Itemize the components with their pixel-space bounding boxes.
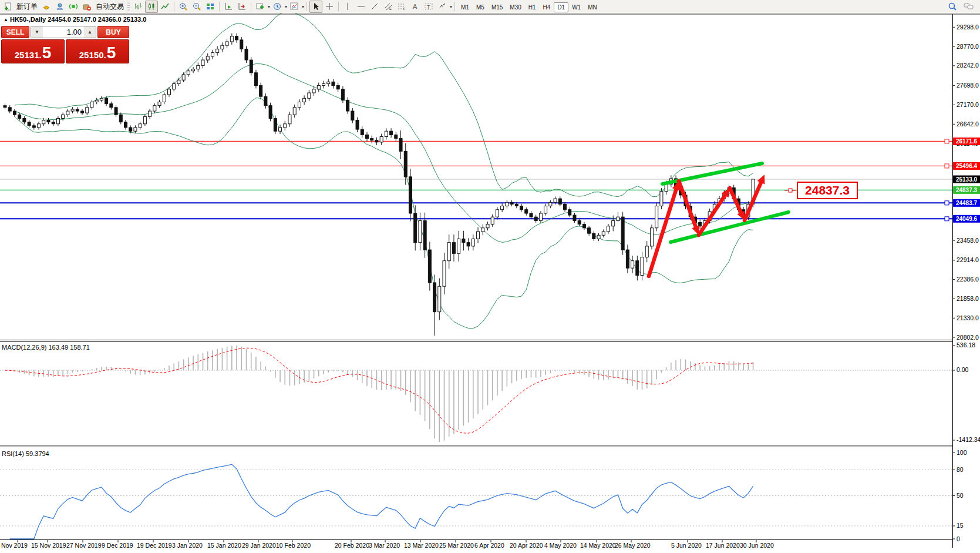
trendline-icon[interactable] xyxy=(368,1,381,13)
macd-tick-label: 536.18 xyxy=(957,341,975,348)
timeframe-m1[interactable]: M1 xyxy=(457,2,473,12)
chart-shift-icon[interactable] xyxy=(235,1,248,13)
bull-candle xyxy=(158,102,161,105)
navigator-icon[interactable] xyxy=(53,1,66,13)
chart-area[interactable]: 29298.028770.028242.027698.027170.026642… xyxy=(0,0,980,553)
timeframe-m30[interactable]: M30 xyxy=(506,2,524,12)
line-chart-icon[interactable] xyxy=(159,1,171,13)
bear-candle xyxy=(423,220,426,250)
templates-caret[interactable]: ▾ xyxy=(302,4,304,9)
periods-clock-icon[interactable] xyxy=(271,1,284,13)
svg-text:T: T xyxy=(427,4,430,10)
signal-icon[interactable] xyxy=(67,1,80,13)
bull-candle xyxy=(182,75,185,80)
timeframe-d1[interactable]: D1 xyxy=(554,2,568,12)
price-tick-label: 20802.0 xyxy=(957,334,979,341)
date-label: 27 Nov 2019 xyxy=(66,542,102,549)
timeframe-m15[interactable]: M15 xyxy=(488,2,506,12)
zoom-out-icon[interactable] xyxy=(190,1,203,13)
bear-candle xyxy=(110,104,113,108)
bull-candle xyxy=(447,243,450,261)
price-tick-label: 23458.0 xyxy=(957,237,979,244)
svg-text:E: E xyxy=(389,7,392,11)
bear-candle xyxy=(119,115,122,122)
bull-candle xyxy=(491,217,494,224)
bear-candle xyxy=(428,250,431,283)
auto-scroll-icon[interactable] xyxy=(222,1,235,13)
search-icon[interactable] xyxy=(946,1,959,13)
bull-candle xyxy=(385,131,388,136)
new-chart-icon[interactable] xyxy=(254,1,267,13)
bear-candle xyxy=(558,199,561,204)
price-tag-text: 24049.6 xyxy=(956,216,978,222)
auto-trading-icon[interactable] xyxy=(80,1,93,13)
bear-candle xyxy=(4,106,6,108)
vertical-line-icon[interactable] xyxy=(341,1,354,13)
date-label: 6 Apr 2020 xyxy=(474,542,504,549)
volume-up-button[interactable]: ▲ xyxy=(84,26,96,38)
bull-candle xyxy=(641,257,644,276)
price-annotation-label[interactable]: 24837.3 xyxy=(797,182,858,199)
equidistant-channel-icon[interactable]: E xyxy=(382,1,395,13)
bull-candle xyxy=(322,83,325,85)
macd-tick-label: -1412.34 xyxy=(957,436,980,443)
bear-candle xyxy=(515,204,518,206)
fibonacci-icon[interactable]: F xyxy=(395,1,408,13)
bull-candle xyxy=(645,246,648,257)
market-watch-icon[interactable] xyxy=(40,1,53,13)
crosshair-icon[interactable] xyxy=(323,1,336,13)
bear-candle xyxy=(269,106,272,119)
arrows-caret[interactable]: ▾ xyxy=(450,4,452,9)
arrows-icon[interactable] xyxy=(436,1,449,13)
cursor-icon[interactable] xyxy=(309,1,322,13)
text-icon[interactable]: A xyxy=(409,1,422,13)
buy-price-display[interactable]: 25150.5 xyxy=(66,39,129,63)
volume-input[interactable] xyxy=(43,26,84,38)
auto-trading-label[interactable]: 自动交易 xyxy=(94,2,126,12)
bars-chart-icon[interactable] xyxy=(132,1,144,13)
horizontal-line-icon[interactable] xyxy=(355,1,368,13)
candlestick-chart-icon[interactable] xyxy=(145,1,158,13)
macd-tick-label: 0.00 xyxy=(957,366,969,373)
sell-price-display[interactable]: 25131.5 xyxy=(1,39,65,63)
line-handle xyxy=(945,201,949,205)
tile-windows-icon[interactable] xyxy=(204,1,217,13)
bull-candle xyxy=(303,98,306,102)
timeframe-h4[interactable]: H4 xyxy=(540,2,554,12)
new-order-label[interactable]: 新订单 xyxy=(15,2,39,12)
bull-candle xyxy=(216,49,219,52)
date-label: 3 Mar 2020 xyxy=(369,542,400,549)
buy-button[interactable]: BUY xyxy=(97,26,129,38)
templates-icon[interactable] xyxy=(288,1,301,13)
bull-candle xyxy=(496,210,499,217)
bull-candle xyxy=(201,60,204,65)
panel-collapse-icon[interactable]: ▲ xyxy=(4,17,8,22)
new-order-icon[interactable] xyxy=(1,1,14,13)
bull-candle xyxy=(167,89,170,95)
bull-candle xyxy=(134,128,137,131)
bear-candle xyxy=(626,250,629,268)
bear-candle xyxy=(105,98,108,103)
chat-icon[interactable] xyxy=(962,1,975,13)
bull-candle xyxy=(71,109,74,111)
timeframe-group: M1M5M15M30H1H4D1W1MN xyxy=(457,1,601,12)
bear-candle xyxy=(578,220,581,224)
volume-down-button[interactable]: ▼ xyxy=(31,26,43,38)
zoom-in-icon[interactable] xyxy=(177,1,190,13)
text-label-icon[interactable]: T xyxy=(422,1,435,13)
bear-candle xyxy=(573,215,576,220)
date-label: 4 May 2020 xyxy=(544,542,577,549)
date-label: 30 Jun 2020 xyxy=(740,542,774,549)
bear-candle xyxy=(124,122,127,128)
timeframe-m5[interactable]: M5 xyxy=(473,2,488,12)
timeframe-h1[interactable]: H1 xyxy=(525,2,540,12)
timeframe-w1[interactable]: W1 xyxy=(568,2,584,12)
new-chart-caret[interactable]: ▾ xyxy=(268,4,270,9)
one-click-trading-panel: SELL ▼ ▲ BUY 25131.5 25150.5 xyxy=(1,26,129,63)
timeframe-mn[interactable]: MN xyxy=(584,2,601,12)
bear-candle xyxy=(621,217,624,250)
periods-caret[interactable]: ▾ xyxy=(285,4,287,9)
price-tick-label: 27698.0 xyxy=(957,82,979,89)
sell-button[interactable]: SELL xyxy=(1,26,29,38)
bull-candle xyxy=(192,69,195,71)
